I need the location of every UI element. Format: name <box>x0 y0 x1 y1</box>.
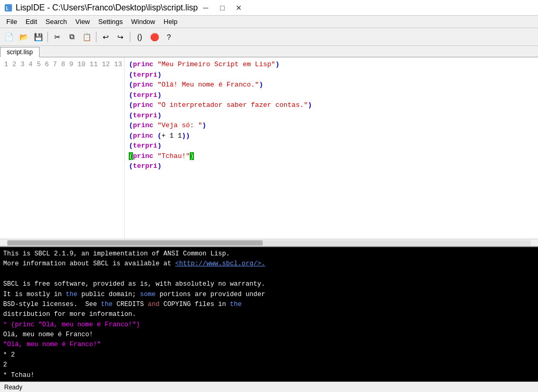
tab-label: script.lisp <box>7 48 33 56</box>
maximize-button[interactable]: □ <box>214 3 230 13</box>
window-controls[interactable]: ─ □ ✕ <box>198 3 247 13</box>
menu-item-search[interactable]: Search <box>41 17 71 27</box>
code-content[interactable]: (princ "Meu Primeiro Script em Lisp") (t… <box>125 57 538 239</box>
status-text: Ready <box>4 384 22 391</box>
paren-button[interactable]: () <box>133 30 146 44</box>
code-editor[interactable]: 1 2 3 4 5 6 7 8 9 10 11 12 13 (princ "Me… <box>0 57 538 239</box>
menu-item-view[interactable]: View <box>71 17 94 27</box>
title-bar: L LispIDE - C:\Users\Franco\Desktop\lisp… <box>0 0 538 16</box>
help-button[interactable]: ? <box>162 30 176 44</box>
toolbar-separator <box>47 32 48 42</box>
tab-bar: script.lisp <box>0 46 538 57</box>
menu-item-help[interactable]: Help <box>160 17 182 27</box>
line-numbers: 1 2 3 4 5 6 7 8 9 10 11 12 13 <box>0 57 125 239</box>
status-bar: Ready <box>0 382 538 392</box>
menu-item-file[interactable]: File <box>2 17 21 27</box>
close-button[interactable]: ✕ <box>231 3 247 13</box>
scroll-track <box>7 240 531 246</box>
cut-button[interactable]: ✂ <box>51 30 64 44</box>
minimize-button[interactable]: ─ <box>198 3 213 13</box>
paste-button[interactable]: 📋 <box>80 30 93 44</box>
tab-script-lisp[interactable]: script.lisp <box>0 47 40 57</box>
output-pane: This is SBCL 2.1.9, an implementation of… <box>0 246 538 382</box>
save-button[interactable]: 💾 <box>31 30 45 44</box>
menu-item-edit[interactable]: Edit <box>21 17 41 27</box>
copy-button[interactable]: ⧉ <box>65 30 79 44</box>
horizontal-scrollbar[interactable] <box>0 239 538 246</box>
toolbar: 📄📂💾✂⧉📋↩↪()🛑? <box>0 28 538 46</box>
toolbar-separator <box>96 32 96 42</box>
toolbar-separator <box>130 32 130 42</box>
svg-text:L: L <box>6 6 9 11</box>
open-button[interactable]: 📂 <box>17 30 30 44</box>
app-icon: L <box>4 4 13 12</box>
menu-item-window[interactable]: Window <box>127 17 160 27</box>
menu-item-settings[interactable]: Settings <box>94 17 127 27</box>
redo-button[interactable]: ↪ <box>114 30 127 44</box>
scroll-thumb[interactable] <box>7 240 263 246</box>
stop-button[interactable]: 🛑 <box>148 30 161 44</box>
undo-button[interactable]: ↩ <box>99 30 113 44</box>
window-title: LispIDE - C:\Users\Franco\Desktop\lisp\s… <box>16 3 198 13</box>
new-button[interactable]: 📄 <box>2 30 16 44</box>
main-area: 1 2 3 4 5 6 7 8 9 10 11 12 13 (princ "Me… <box>0 57 538 392</box>
menu-bar: FileEditSearchViewSettingsWindowHelp <box>0 16 538 28</box>
